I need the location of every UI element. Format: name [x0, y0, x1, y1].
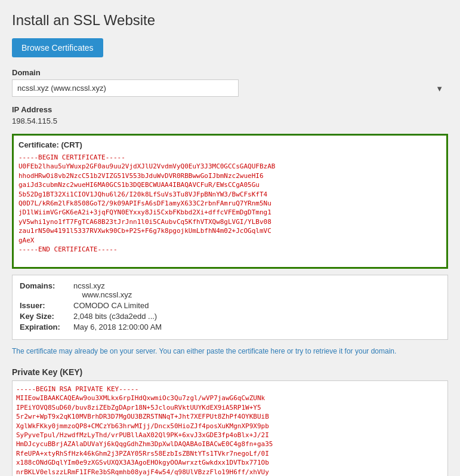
keysize-row: Key Size: 2,048 bits (c3da2edd ...)	[20, 312, 440, 321]
domains-value: ncssl.xyz www.ncssl.xyz	[73, 281, 132, 299]
chevron-down-icon: ▼	[436, 84, 443, 93]
keysize-label: Key Size:	[20, 312, 73, 321]
domain-label: Domain	[12, 68, 448, 77]
cert-label: Certificate: (CRT)	[18, 140, 442, 149]
keysize-value: 2,048 bits (c3da2edd ...)	[73, 312, 157, 321]
domain-select-wrap: ncssl.xyz (www.ncssl.xyz) ▼	[12, 79, 448, 97]
page-title: Install an SSL Website	[12, 12, 448, 29]
expiration-row: Expiration: May 6, 2018 12:00:00 AM	[20, 323, 440, 331]
ip-value: 198.54.115.5	[12, 116, 448, 125]
expiration-label: Expiration:	[20, 323, 73, 331]
domain-select[interactable]: ncssl.xyz (www.ncssl.xyz)	[12, 79, 239, 97]
ip-label: IP Address	[12, 105, 448, 114]
ip-section: IP Address 198.54.115.5	[12, 105, 448, 125]
expiration-value: May 6, 2018 12:00:00 AM	[73, 323, 162, 331]
issuer-row: Issuer: COMODO CA Limited	[20, 301, 440, 310]
issuer-value: COMODO CA Limited	[73, 301, 149, 310]
cert-info-section: Domains: ncssl.xyz www.ncssl.xyz Issuer:…	[12, 275, 448, 340]
domain-section: Domain ncssl.xyz (www.ncssl.xyz) ▼	[12, 68, 448, 97]
key-label: Private Key (KEY)	[12, 367, 448, 377]
cert-hint: The certificate may already be on your s…	[12, 346, 448, 357]
issuer-label: Issuer:	[20, 301, 73, 310]
cert-section: Certificate: (CRT) -----BEGIN CERTIFICAT…	[12, 134, 448, 269]
key-section: Private Key (KEY) -----BEGIN RSA PRIVATE…	[12, 367, 448, 476]
browse-certificates-button[interactable]: Browse Certificates	[12, 38, 103, 57]
domains-row: Domains: ncssl.xyz www.ncssl.xyz	[20, 281, 440, 299]
domains-label: Domains:	[20, 281, 73, 299]
cert-outer-wrap: Certificate: (CRT) -----BEGIN CERTIFICAT…	[12, 134, 448, 269]
key-textarea[interactable]: -----BEGIN RSA PRIVATE KEY----- MIIEowIB…	[12, 380, 448, 476]
cert-textarea[interactable]: -----BEGIN CERTIFICATE----- U0FEb2lhau5u…	[18, 153, 442, 260]
